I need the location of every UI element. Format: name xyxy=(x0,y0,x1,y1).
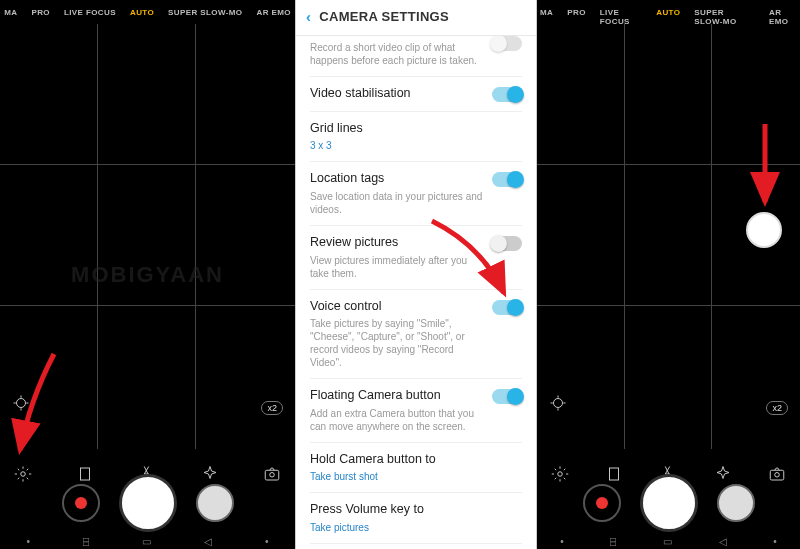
android-navbar: • ⌸ ▭ ◁ • xyxy=(537,533,800,549)
svg-point-6 xyxy=(558,472,563,477)
setting-title: Floating Camera button xyxy=(310,388,488,404)
setting-motion-photo[interactable]: Record a short video clip of what happen… xyxy=(310,36,522,77)
mode-auto[interactable]: AUTO xyxy=(653,6,683,28)
setting-title: Voice control xyxy=(310,299,488,315)
setting-title: Press Volume key to xyxy=(310,502,488,518)
setting-hold-camera-button[interactable]: Hold Camera button to Take burst shot xyxy=(310,443,522,494)
exposure-icon[interactable] xyxy=(12,394,30,415)
mode-ama-partial[interactable]: MA xyxy=(537,6,556,28)
svg-point-1 xyxy=(21,472,26,477)
camera-viewfinder-right: MA PRO LIVE FOCUS AUTO SUPER SLOW-MO AR … xyxy=(537,0,800,549)
dot-icon: • xyxy=(773,536,777,547)
camera-viewfinder-left: MA PRO LIVE FOCUS AUTO SUPER SLOW-MO AR … xyxy=(0,0,295,549)
recents-icon[interactable]: ⌸ xyxy=(610,536,616,547)
setting-title: Video stabilisation xyxy=(310,86,488,102)
exposure-icon[interactable] xyxy=(549,394,567,415)
setting-title: Location tags xyxy=(310,171,488,187)
setting-floating-camera-button[interactable]: Floating Camera button Add an extra Came… xyxy=(310,379,522,443)
record-button[interactable] xyxy=(583,484,621,522)
mode-pro[interactable]: PRO xyxy=(28,6,53,19)
setting-grid-lines[interactable]: Grid lines 3 x 3 xyxy=(310,112,522,163)
back-icon[interactable]: ◁ xyxy=(204,536,212,547)
dot-icon: • xyxy=(560,536,564,547)
watermark-text: MOBIGYAAN xyxy=(71,262,224,288)
setting-location-tags[interactable]: Location tags Save location data in your… xyxy=(310,162,522,226)
mode-super-slow[interactable]: SUPER SLOW-MO xyxy=(165,6,245,19)
record-button[interactable] xyxy=(62,484,100,522)
recents-icon[interactable]: ⌸ xyxy=(83,536,89,547)
setting-sub: 3 x 3 xyxy=(310,139,488,152)
toggle[interactable] xyxy=(492,36,522,51)
setting-voice-control[interactable]: Voice control Take pictures by saying "S… xyxy=(310,290,522,380)
setting-sub: Save location data in your pictures and … xyxy=(310,190,488,216)
gallery-preview-button[interactable] xyxy=(717,484,755,522)
setting-sub: View pictures immediately after you take… xyxy=(310,254,488,280)
back-icon[interactable]: ◁ xyxy=(719,536,727,547)
setting-sub: Take pictures by saying "Smile", "Cheese… xyxy=(310,317,488,369)
mode-live-focus[interactable]: LIVE FOCUS xyxy=(597,6,645,28)
dot-icon: • xyxy=(265,536,269,547)
back-chevron-icon[interactable]: ‹ xyxy=(306,8,311,25)
toggle[interactable] xyxy=(492,389,522,404)
camera-mode-strip[interactable]: MA PRO LIVE FOCUS AUTO SUPER SLOW-MO AR … xyxy=(537,6,800,28)
annotation-arrow-to-floating-button xyxy=(750,120,780,214)
dot-icon: • xyxy=(26,536,30,547)
gallery-preview-button[interactable] xyxy=(196,484,234,522)
setting-title: Hold Camera button to xyxy=(310,452,488,468)
setting-sub: Record a short video clip of what happen… xyxy=(310,41,488,67)
setting-sub: Add an extra Camera button that you can … xyxy=(310,407,488,433)
camera-mode-strip[interactable]: MA PRO LIVE FOCUS AUTO SUPER SLOW-MO AR … xyxy=(0,6,295,19)
floating-camera-button[interactable] xyxy=(746,212,782,248)
mode-auto[interactable]: AUTO xyxy=(127,6,157,19)
zoom-indicator[interactable]: x2 xyxy=(261,401,283,415)
home-icon[interactable]: ▭ xyxy=(142,536,151,547)
toggle[interactable] xyxy=(492,300,522,315)
shutter-button[interactable] xyxy=(122,477,174,529)
settings-header: ‹ CAMERA SETTINGS xyxy=(296,0,536,36)
shutter-row xyxy=(537,477,800,529)
svg-point-0 xyxy=(17,399,26,408)
mode-pro[interactable]: PRO xyxy=(564,6,589,28)
setting-review-pictures[interactable]: Review pictures View pictures immediatel… xyxy=(310,226,522,290)
camera-settings-panel: ‹ CAMERA SETTINGS Record a short video c… xyxy=(295,0,537,549)
mode-ar-emo-partial[interactable]: AR EMO xyxy=(766,6,800,28)
mode-super-slow[interactable]: SUPER SLOW-MO xyxy=(691,6,758,28)
setting-reset[interactable]: Reset settings xyxy=(310,544,522,549)
shutter-row xyxy=(0,477,295,529)
setting-press-volume-key[interactable]: Press Volume key to Take pictures xyxy=(310,493,522,544)
mode-live-focus[interactable]: LIVE FOCUS xyxy=(61,6,119,19)
toggle[interactable] xyxy=(492,87,522,102)
shutter-button[interactable] xyxy=(643,477,695,529)
home-icon[interactable]: ▭ xyxy=(663,536,672,547)
zoom-indicator[interactable]: x2 xyxy=(766,401,788,415)
setting-sub: Take pictures xyxy=(310,521,488,534)
svg-point-5 xyxy=(554,399,563,408)
setting-title: Grid lines xyxy=(310,121,488,137)
settings-title: CAMERA SETTINGS xyxy=(319,9,449,24)
setting-sub: Take burst shot xyxy=(310,470,488,483)
grid-overlay xyxy=(0,24,295,449)
mode-ama-partial[interactable]: MA xyxy=(1,6,20,19)
setting-video-stab[interactable]: Video stabilisation xyxy=(310,77,522,112)
setting-title: Review pictures xyxy=(310,235,488,251)
toggle[interactable] xyxy=(492,236,522,251)
toggle[interactable] xyxy=(492,172,522,187)
android-navbar: • ⌸ ▭ ◁ • xyxy=(0,533,295,549)
mode-ar-emo-partial[interactable]: AR EMO xyxy=(253,6,293,19)
